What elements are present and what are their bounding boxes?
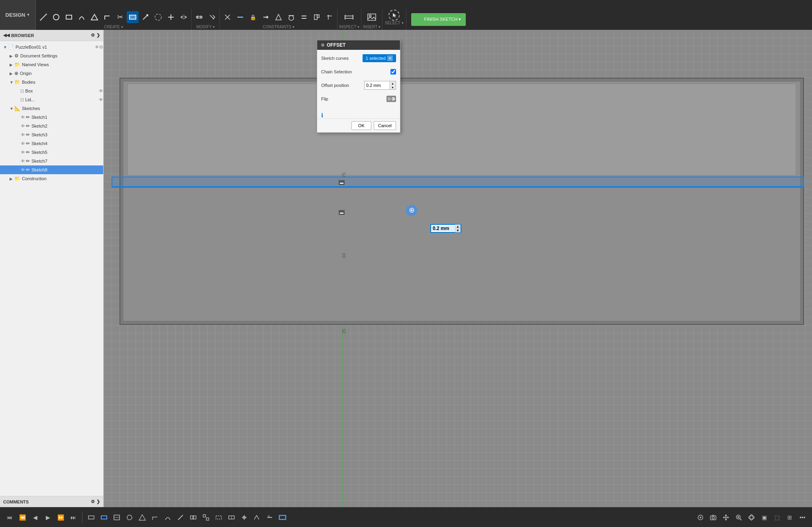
offset-position-input[interactable] [365,82,389,88]
create-label[interactable]: CREATE ▾ [104,25,123,29]
tree-item-puzzlebox[interactable]: ▼ 📄 PuzzleBox01 v1 👁 ⚙ [0,43,103,51]
eye-icon[interactable]: 👁 [21,115,25,120]
eye-icon[interactable]: 👁 [21,132,25,137]
view-cube-icon[interactable]: ⬚ [771,512,783,523]
eye-icon[interactable]: 👁 [21,159,25,163]
bottom-icon-end[interactable]: ⏭ [68,512,79,523]
tangent-tool[interactable] [285,11,297,23]
browser-expand-icon[interactable]: ❯ [96,33,100,38]
selected-sketch-line-bottom[interactable] [112,186,804,187]
bottom-sketch-icon-9[interactable] [188,512,199,523]
eye-icon[interactable]: 👁 [21,124,25,128]
extend-tool[interactable] [139,11,151,23]
modify-label[interactable]: MODIFY ▾ [196,25,215,29]
bottom-sketch-icon-7[interactable] [162,512,173,523]
bottom-sketch-icon-6[interactable] [149,512,161,523]
display-icon[interactable]: ▣ [759,512,770,523]
dimension-display[interactable] [343,11,355,23]
settings-icon[interactable]: ⚙ [99,45,103,50]
tree-item-sketch5[interactable]: 👁 ✏ Sketch5 [0,148,103,157]
tree-item-named-views[interactable]: ▶ 📁 Named Views [0,60,103,69]
insert-image[interactable] [366,11,378,23]
tree-item-sketch8[interactable]: 👁 ✏ Sketch8 [0,165,103,174]
tree-item-origin[interactable]: ▶ ⊕ Origin [0,69,103,78]
rectangle-tool[interactable] [63,11,75,23]
collinear-tool[interactable] [234,11,246,23]
mirror-tool[interactable] [178,11,190,23]
constraints-label[interactable]: CONSTRAINTS ▾ [263,25,294,29]
canvas-offset-decrement[interactable]: ▼ [455,228,461,232]
bottom-sketch-icon-15[interactable]: A [264,512,275,523]
point-tool[interactable] [165,11,177,23]
tree-item-bodies[interactable]: ▼ 📁 Bodies [0,78,103,87]
camera-icon[interactable] [708,512,719,523]
eye-icon[interactable]: 👁 [99,97,103,102]
pan-icon[interactable] [720,512,732,523]
tree-item-construction[interactable]: ▶ 📁 Construction [0,174,103,183]
measure-tool[interactable] [193,11,205,23]
coincident-tool[interactable] [222,11,233,23]
select-label[interactable]: SELECT ▾ [385,21,404,25]
clear-selection-button[interactable]: ✕ [387,55,393,61]
bottom-sketch-icon-active[interactable] [277,512,288,523]
chain-selection-checkbox[interactable] [390,69,396,75]
eye-icon[interactable]: 👁 [95,45,99,49]
offset-tool[interactable] [127,11,139,23]
bottom-icon-play-rev[interactable]: ◀ [29,512,41,523]
arc-tool[interactable] [76,11,88,23]
bottom-icon-next[interactable]: ⏩ [55,512,66,523]
tree-item-sketch2[interactable]: 👁 ✏ Sketch2 [0,122,103,130]
tree-item-sketch1[interactable]: 👁 ✏ Sketch1 [0,113,103,122]
select-group[interactable]: SELECT ▾ [382,9,406,30]
bottom-sketch-icon-12[interactable] [226,512,237,523]
canvas-offset-increment[interactable]: ▲ [455,224,461,228]
offset-increment-button[interactable]: ▲ [389,81,396,85]
ok-button[interactable]: OK [351,121,371,130]
canvas-offset-input[interactable] [431,226,455,231]
tree-item-box[interactable]: ▶ □ Box 👁 [0,87,103,95]
bottom-sketch-icon-1[interactable] [86,512,97,523]
bottom-sketch-icon-11[interactable] [213,512,224,523]
polygon-tool[interactable] [88,11,100,23]
bottom-sketch-icon-14[interactable] [251,512,263,523]
bottom-icon-play[interactable]: ▶ [42,512,53,523]
cancel-button[interactable]: Cancel [374,121,396,130]
main-canvas[interactable]: ▬ ▬ ⊕ ▲ ▼ 100 75 60 25 [104,30,812,507]
horizontal-tool[interactable] [260,11,272,23]
orbit-icon[interactable] [746,512,757,523]
bottom-sketch-icon-5[interactable] [137,512,148,523]
more-icon[interactable]: ••• [797,512,808,523]
comments-expand-icon[interactable]: ❯ [96,499,100,504]
tree-item-sketch3[interactable]: 👁 ✏ Sketch3 [0,130,103,139]
more-constraint[interactable] [324,11,335,23]
tree-item-lid[interactable]: ▶ □ Lid... 👁 [0,95,103,104]
inspect-label[interactable]: INSPECT ▾ [339,25,359,29]
flip-icon[interactable] [386,96,396,102]
insert-label[interactable]: INSERT ▾ [363,25,381,29]
tree-item-sketch7[interactable]: 👁 ✏ Sketch7 [0,157,103,165]
eye-icon[interactable]: 👁 [99,88,103,93]
circle-tool[interactable] [50,11,62,23]
sketch-curves-selected-button[interactable]: 1 selected ✕ [363,54,396,62]
vertical-tool[interactable] [273,11,284,23]
trim-tool[interactable]: ✂ [114,11,126,23]
browser-settings-icon[interactable]: ⚙ [91,33,95,38]
tree-item-sketches[interactable]: ▼ 📐 Sketches [0,104,103,113]
tree-item-document-settings[interactable]: ▶ ⚙ Document Settings [0,51,103,60]
line-tool[interactable] [37,11,49,23]
bottom-sketch-icon-3[interactable] [111,512,122,523]
bottom-sketch-icon-4[interactable] [124,512,135,523]
rectangle-constraint[interactable] [311,11,323,23]
bottom-sketch-icon-10[interactable] [200,512,212,523]
view-settings-icon[interactable] [695,512,706,523]
equal-tool[interactable] [298,11,310,23]
comments-settings-icon[interactable]: ⚙ [91,499,95,504]
collapse-icon[interactable]: ◀◀ [3,33,10,38]
info-icon[interactable]: ℹ [321,112,323,118]
bottom-sketch-icon-8[interactable] [175,512,186,523]
fillet-tool[interactable] [152,11,164,23]
bottom-sketch-icon-2[interactable] [98,512,110,523]
eye-icon[interactable]: 👁 [21,167,25,172]
eye-icon[interactable]: 👁 [21,150,25,155]
sketch-dimension-tool[interactable] [206,11,218,23]
